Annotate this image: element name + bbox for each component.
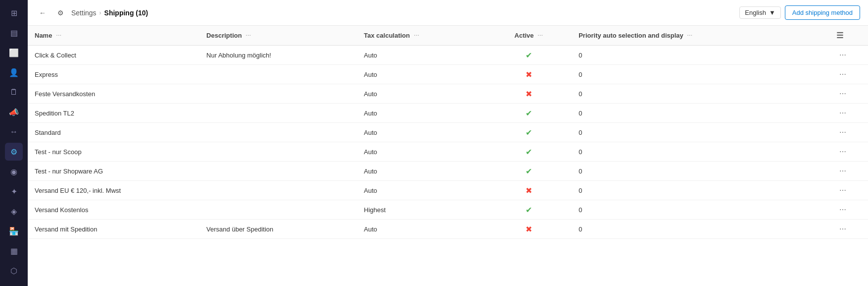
table-header-row: Name ⋯ Description ⋯ Tax calculation ⋯ A… (28, 26, 868, 46)
store-icon[interactable]: 🏪 (5, 222, 23, 240)
cell-row-menu: ⋯ (829, 162, 868, 181)
marketing-icon[interactable]: 📣 (5, 103, 23, 121)
breadcrumb-settings-link[interactable]: Settings (71, 9, 96, 17)
users-icon[interactable]: 👤 (5, 63, 23, 81)
cell-active: ✔ (486, 162, 572, 181)
cell-tax: Auto (357, 162, 485, 181)
cell-active: ✖ (486, 181, 572, 200)
cell-tax: Auto (357, 104, 485, 123)
plugins-icon[interactable]: ⬡ (5, 262, 23, 280)
cell-tax: Highest (357, 200, 485, 220)
cell-tax: Auto (357, 142, 485, 162)
cell-active: ✔ (486, 46, 572, 65)
settings-gear-button[interactable]: ⚙ (53, 6, 67, 20)
cell-priority: 0 (572, 104, 786, 123)
language-selector[interactable]: English ▼ (739, 6, 781, 19)
activity-icon[interactable]: ◉ (5, 163, 23, 180)
active-cross-icon: ✖ (526, 186, 532, 195)
col-active-menu-icon[interactable]: ⋯ (537, 33, 543, 39)
cell-priority: 0 (572, 220, 786, 239)
chevron-down-icon: ▼ (769, 9, 775, 16)
row-context-menu-button[interactable]: ⋯ (836, 205, 849, 215)
col-priority-menu-icon[interactable]: ⋯ (687, 33, 692, 39)
cell-active: ✔ (486, 200, 572, 220)
cell-actions (786, 200, 829, 220)
col-header-active: Active ⋯ (486, 26, 572, 46)
cell-description (199, 84, 357, 104)
table-row: Versand KostenlosHighest✔0⋯ (28, 200, 868, 220)
cell-description (199, 104, 357, 123)
cell-tax: Auto (357, 65, 485, 84)
row-context-menu-button[interactable]: ⋯ (836, 224, 849, 234)
col-header-actions (786, 26, 829, 46)
cell-row-menu: ⋯ (829, 220, 868, 239)
active-check-icon: ✔ (526, 128, 532, 137)
cell-name: Versand Kostenlos (28, 200, 199, 220)
cell-tax: Auto (357, 46, 485, 65)
cell-row-menu: ⋯ (829, 200, 868, 220)
col-header-priority: Priority auto selection and display ⋯ (572, 26, 786, 46)
row-context-menu-button[interactable]: ⋯ (836, 69, 849, 79)
cell-description (199, 142, 357, 162)
table-row: StandardAuto✔0⋯ (28, 123, 868, 142)
automation-icon[interactable]: ✦ (5, 182, 23, 200)
header-right: English ▼ Add shipping method (739, 5, 860, 20)
table-row: Test - nur ScoopAuto✔0⋯ (28, 142, 868, 162)
cell-name: Spedition TL2 (28, 104, 199, 123)
cell-actions (786, 162, 829, 181)
integrations-icon[interactable]: ↔ (5, 123, 23, 141)
cell-actions (786, 104, 829, 123)
cell-priority: 0 (572, 162, 786, 181)
table-view-toggle-icon[interactable]: ☰ (836, 31, 843, 40)
row-context-menu-button[interactable]: ⋯ (836, 108, 849, 118)
cell-active: ✔ (486, 142, 572, 162)
row-context-menu-button[interactable]: ⋯ (836, 50, 849, 60)
language-label: English (745, 9, 766, 16)
cell-active: ✖ (486, 84, 572, 104)
cell-name: Versand EU € 120,- inkl. Mwst (28, 181, 199, 200)
table-row: Click & CollectNur Abholung möglich!Auto… (28, 46, 868, 65)
catalog-icon[interactable]: ▦ (5, 242, 23, 260)
cell-tax: Auto (357, 84, 485, 104)
col-tax-menu-icon[interactable]: ⋯ (414, 33, 419, 39)
col-header-extra: ☰ (829, 26, 868, 46)
home-icon[interactable]: ⊞ (5, 4, 23, 22)
cell-name: Express (28, 65, 199, 84)
cell-description (199, 162, 357, 181)
cell-description (199, 200, 357, 220)
layers-icon[interactable]: ▤ (5, 24, 23, 42)
row-context-menu-button[interactable]: ⋯ (836, 127, 849, 137)
table-row: Versand EU € 120,- inkl. MwstAuto✖0⋯ (28, 181, 868, 200)
row-context-menu-button[interactable]: ⋯ (836, 89, 849, 99)
header: ← ⚙ Settings › Shipping (10) English ▼ A… (28, 0, 868, 26)
row-context-menu-button[interactable]: ⋯ (836, 166, 849, 176)
col-name-menu-icon[interactable]: ⋯ (56, 33, 61, 39)
col-desc-menu-icon[interactable]: ⋯ (245, 33, 251, 39)
cell-active: ✖ (486, 220, 572, 239)
cell-priority: 0 (572, 84, 786, 104)
orders-icon[interactable]: 🗒 (5, 83, 23, 101)
cell-row-menu: ⋯ (829, 65, 868, 84)
col-tax-label: Tax calculation (364, 32, 410, 39)
table-row: Versand mit SpeditionVersand über Spedit… (28, 220, 868, 239)
row-context-menu-button[interactable]: ⋯ (836, 147, 849, 157)
active-check-icon: ✔ (526, 167, 532, 175)
cell-actions (786, 220, 829, 239)
cell-description (199, 65, 357, 84)
col-name-label: Name (35, 32, 52, 39)
active-cross-icon: ✖ (526, 225, 532, 233)
box-icon[interactable]: ⬜ (5, 44, 23, 61)
settings-icon[interactable]: ⚙ (5, 143, 23, 161)
main-content: ← ⚙ Settings › Shipping (10) English ▼ A… (28, 0, 868, 286)
extension-icon[interactable]: ◈ (5, 202, 23, 220)
table-row: Spedition TL2Auto✔0⋯ (28, 104, 868, 123)
cell-row-menu: ⋯ (829, 123, 868, 142)
back-button[interactable]: ← (36, 6, 49, 20)
cell-actions (786, 142, 829, 162)
add-shipping-method-button[interactable]: Add shipping method (785, 5, 860, 20)
row-context-menu-button[interactable]: ⋯ (836, 185, 849, 195)
active-cross-icon: ✖ (526, 90, 532, 98)
cell-priority: 0 (572, 200, 786, 220)
cell-row-menu: ⋯ (829, 104, 868, 123)
cell-name: Feste Versandkosten (28, 84, 199, 104)
